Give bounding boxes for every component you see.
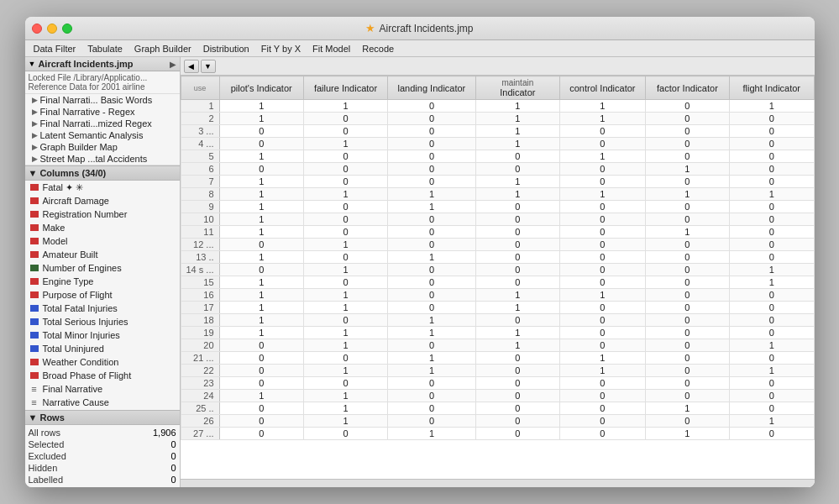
table-row[interactable]: 21 ...0010100 bbox=[181, 352, 814, 365]
table-row[interactable]: 71001000 bbox=[181, 176, 814, 188]
table-row[interactable]: 111000010 bbox=[181, 226, 814, 239]
data-cell: 1 bbox=[475, 113, 559, 125]
data-cell: 0 bbox=[645, 138, 729, 150]
table-row[interactable]: 25 ..0100010 bbox=[181, 402, 814, 415]
data-cell: 1 bbox=[303, 390, 387, 402]
th-maintain-indicator[interactable]: maintain Indicator bbox=[475, 76, 559, 100]
table-wrapper[interactable]: use pilot's Indicator failure Indicator … bbox=[181, 76, 815, 479]
menu-recode[interactable]: Recode bbox=[357, 43, 399, 55]
col-item-total-serious[interactable]: Total Serious Injuries bbox=[25, 315, 180, 328]
table-row[interactable]: 200101001 bbox=[181, 339, 814, 352]
th-flight-indicator[interactable]: flight Indicator bbox=[730, 76, 814, 100]
table-row[interactable]: 12 ...0100000 bbox=[181, 239, 814, 251]
nav-arrow: ▶ bbox=[32, 108, 38, 116]
th-control-indicator[interactable]: control Indicator bbox=[560, 76, 646, 100]
table-row[interactable]: 60000010 bbox=[181, 163, 814, 176]
col-item-fatal[interactable]: Fatal ✦ ✳ bbox=[25, 181, 180, 194]
table-row[interactable]: 4 ...0101000 bbox=[181, 138, 814, 150]
nav-item-4[interactable]: ▶ Graph Builder Map bbox=[25, 141, 180, 153]
row-number-cell: 15 bbox=[181, 276, 219, 289]
data-cell: 1 bbox=[303, 188, 387, 201]
col-item-amateur-built[interactable]: Amateur Built bbox=[25, 248, 180, 261]
table-row[interactable]: 51000100 bbox=[181, 150, 814, 163]
data-cell: 0 bbox=[730, 125, 814, 138]
menu-fit-y-by-x[interactable]: Fit Y by X bbox=[256, 43, 306, 55]
nav-item-3[interactable]: ▶ Latent Semantic Analysis bbox=[25, 129, 180, 141]
data-cell: 1 bbox=[388, 365, 476, 377]
col-item-registration[interactable]: Registration Number bbox=[25, 207, 180, 221]
table-row[interactable]: 101000000 bbox=[181, 213, 814, 226]
nav-arrow: ▶ bbox=[32, 119, 38, 128]
data-cell: 0 bbox=[560, 314, 646, 327]
col-item-engine-type[interactable]: Engine Type bbox=[25, 275, 180, 288]
data-cell: 0 bbox=[303, 428, 387, 440]
nav-item-5[interactable]: ▶ Street Map ...tal Accidents bbox=[25, 153, 180, 165]
sidebar-options-icon[interactable]: ▶ bbox=[170, 60, 176, 69]
table-row[interactable]: 151000001 bbox=[181, 276, 814, 289]
table-row[interactable]: 241100000 bbox=[181, 390, 814, 402]
horizontal-scrollbar[interactable] bbox=[181, 479, 815, 487]
table-row[interactable]: 260100001 bbox=[181, 415, 814, 428]
col-icon-equal: ≡ bbox=[29, 383, 40, 395]
col-item-model[interactable]: Model bbox=[25, 234, 180, 248]
table-row[interactable]: 81111111 bbox=[181, 188, 814, 201]
table-row[interactable]: 21001100 bbox=[181, 113, 814, 125]
minimize-button[interactable] bbox=[47, 24, 57, 34]
col-item-total-fatal[interactable]: Total Fatal Injuries bbox=[25, 302, 180, 315]
col-item-final-narrative[interactable]: ≡ Final Narrative bbox=[25, 382, 180, 396]
th-failure-indicator[interactable]: failure Indicator bbox=[303, 76, 387, 100]
nav-item-1[interactable]: ▶ Final Narrative - Regex bbox=[25, 106, 180, 118]
data-cell: 1 bbox=[219, 113, 303, 125]
data-cell: 1 bbox=[560, 365, 646, 377]
col-item-aircraft-damage[interactable]: Aircraft Damage bbox=[25, 194, 180, 207]
table-row[interactable]: 191111000 bbox=[181, 327, 814, 339]
data-cell: 0 bbox=[388, 239, 476, 251]
data-cell: 0 bbox=[560, 264, 646, 276]
data-cell: 1 bbox=[645, 163, 729, 176]
table-row[interactable]: 14 s ...0100001 bbox=[181, 264, 814, 276]
nav-item-0[interactable]: ▶ Final Narrati... Basic Words bbox=[25, 94, 180, 106]
th-landing-indicator[interactable]: landing Indicator bbox=[388, 76, 476, 100]
table-row[interactable]: 3 ...0001000 bbox=[181, 125, 814, 138]
maximize-button[interactable] bbox=[62, 24, 72, 34]
data-cell: 0 bbox=[388, 176, 476, 188]
data-cell: 1 bbox=[303, 289, 387, 302]
data-cell: 1 bbox=[560, 188, 646, 201]
row-number-cell: 17 bbox=[181, 302, 219, 314]
table-row[interactable]: 171101000 bbox=[181, 302, 814, 314]
col-item-weather-condition[interactable]: Weather Condition bbox=[25, 355, 180, 369]
menu-fit-model[interactable]: Fit Model bbox=[307, 43, 355, 55]
table-row[interactable]: 230000000 bbox=[181, 377, 814, 390]
toolbar-menu-button[interactable]: ▼ bbox=[201, 60, 216, 73]
data-cell: 0 bbox=[475, 264, 559, 276]
menu-graph-builder[interactable]: Graph Builder bbox=[129, 43, 197, 55]
th-pilots-indicator[interactable]: pilot's Indicator bbox=[219, 76, 303, 100]
table-row[interactable]: 91010000 bbox=[181, 201, 814, 213]
table-row[interactable]: 27 ...0010010 bbox=[181, 428, 814, 440]
data-cell: 0 bbox=[730, 113, 814, 125]
window-title: ★ Aircraft Incidents.jmp bbox=[365, 22, 473, 34]
col-item-purpose-of-flight[interactable]: Purpose of Flight bbox=[25, 288, 180, 302]
data-cell: 0 bbox=[303, 176, 387, 188]
col-icon-blue-bar bbox=[29, 302, 40, 314]
table-row[interactable]: 11101101 bbox=[181, 100, 814, 113]
nav-item-2[interactable]: ▶ Final Narrati...mized Regex bbox=[25, 118, 180, 129]
th-factor-indicator[interactable]: factor Indicator bbox=[645, 76, 729, 100]
col-item-make[interactable]: Make bbox=[25, 221, 180, 234]
col-item-num-engines[interactable]: Number of Engines bbox=[25, 261, 180, 275]
table-row[interactable]: 13 ..1010000 bbox=[181, 251, 814, 264]
col-item-total-minor[interactable]: Total Minor Injuries bbox=[25, 328, 180, 342]
col-item-total-uninjured[interactable]: Total Uninjured bbox=[25, 342, 180, 355]
menu-distribution[interactable]: Distribution bbox=[198, 43, 254, 55]
table-row[interactable]: 220110101 bbox=[181, 365, 814, 377]
table-row[interactable]: 181010000 bbox=[181, 314, 814, 327]
table-row[interactable]: 161101100 bbox=[181, 289, 814, 302]
data-cell: 0 bbox=[303, 125, 387, 138]
col-item-narrative-cause[interactable]: ≡ Narrative Cause bbox=[25, 396, 180, 409]
col-item-broad-phase[interactable]: Broad Phase of Flight bbox=[25, 369, 180, 382]
menu-data-filter[interactable]: Data Filter bbox=[29, 43, 81, 55]
menu-tabulate[interactable]: Tabulate bbox=[82, 43, 128, 55]
toolbar-back-button[interactable]: ◀ bbox=[184, 60, 199, 73]
data-cell: 0 bbox=[645, 377, 729, 390]
close-button[interactable] bbox=[32, 24, 42, 34]
